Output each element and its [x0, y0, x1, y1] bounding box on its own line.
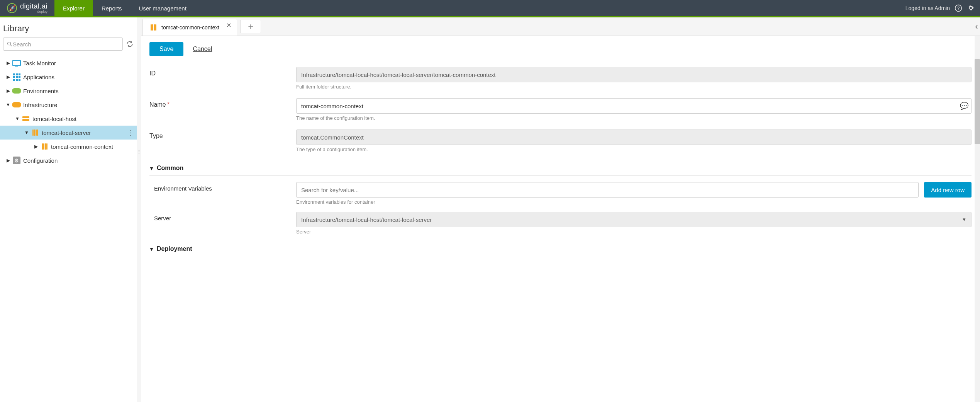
context-icon	[42, 143, 47, 150]
tree-host[interactable]: ▼ tomcat-local-host	[0, 112, 137, 126]
nav-reports[interactable]: Reports	[93, 0, 131, 16]
environments-icon	[12, 88, 21, 94]
expand-icon[interactable]: ▶	[33, 144, 39, 149]
collapse-icon[interactable]: ▼	[15, 116, 20, 121]
chevron-down-icon: ▾	[150, 246, 153, 252]
sidebar: Library ▶ Task Monitor ▶ Applications ▶	[0, 17, 137, 402]
tree-task-monitor[interactable]: ▶ Task Monitor	[0, 56, 137, 70]
type-label: Type	[149, 129, 296, 140]
nav-explorer[interactable]: Explorer	[54, 0, 93, 16]
search-input[interactable]	[13, 41, 119, 48]
envvar-search-input[interactable]	[296, 182, 919, 198]
svg-point-2	[8, 42, 11, 45]
expand-icon[interactable]: ▶	[5, 88, 11, 94]
tree-label: Environments	[23, 88, 59, 94]
section-common-label: Common	[157, 165, 183, 172]
save-button[interactable]: Save	[149, 42, 183, 56]
tabbar-more-icon[interactable]: ‹	[973, 17, 980, 36]
server-hint: Server	[296, 229, 972, 235]
tree-label: Applications	[23, 74, 54, 80]
chevron-down-icon: ▼	[962, 217, 966, 222]
svg-text:?: ?	[957, 5, 960, 10]
type-input	[296, 129, 972, 145]
tree-applications[interactable]: ▶ Applications	[0, 70, 137, 84]
expand-icon[interactable]: ▶	[5, 158, 11, 163]
apps-icon	[13, 73, 20, 81]
section-deployment-label: Deployment	[157, 245, 192, 252]
brand-subtitle: deploy	[20, 10, 47, 14]
tree-label: Configuration	[23, 157, 58, 164]
collapse-icon[interactable]: ▼	[24, 130, 29, 135]
infrastructure-icon	[12, 102, 21, 107]
brand-name: digital.ai	[20, 3, 47, 10]
search-icon	[7, 41, 13, 47]
tabbar: tomcat-common-context ✕ + ‹	[141, 17, 980, 36]
settings-icon[interactable]	[967, 4, 975, 12]
rocket-icon: 🚀	[7, 3, 17, 13]
type-hint: The type of a configuration item.	[296, 146, 972, 152]
tab-label: tomcat-common-context	[161, 24, 219, 31]
brand-logo: 🚀 digital.ai deploy	[0, 0, 54, 16]
svg-line-3	[10, 45, 12, 46]
sidebar-title: Library	[0, 17, 137, 37]
cancel-link[interactable]: Cancel	[193, 46, 212, 53]
server-select[interactable]: Infrastructure/tomcat-local-host/tomcat-…	[296, 212, 972, 227]
monitor-icon	[12, 60, 21, 66]
id-hint: Full item folder structure.	[296, 84, 972, 90]
scrollbar-thumb[interactable]	[975, 59, 980, 144]
envvar-label: Environment Variables	[149, 182, 296, 192]
nav-user-management[interactable]: User management	[130, 0, 195, 16]
configuration-icon	[13, 157, 20, 164]
help-icon[interactable]: ?	[955, 4, 962, 12]
server-icon	[32, 129, 38, 136]
tree-context[interactable]: ▶ tomcat-common-context	[0, 140, 137, 153]
search-box[interactable]	[3, 37, 123, 51]
name-hint: The name of the configuration item.	[296, 115, 972, 121]
kebab-icon[interactable]: ⋮	[127, 128, 134, 137]
context-icon	[151, 24, 156, 31]
name-label: Name*	[149, 98, 296, 108]
library-tree: ▶ Task Monitor ▶ Applications ▶ Environm…	[0, 55, 137, 169]
section-deployment[interactable]: ▾ Deployment	[149, 242, 972, 256]
tree-environments[interactable]: ▶ Environments	[0, 84, 137, 98]
host-icon	[22, 116, 29, 121]
add-row-button[interactable]: Add new row	[924, 182, 972, 198]
logged-in-label: Loged in as Admin	[905, 5, 950, 11]
chevron-down-icon: ▾	[150, 165, 153, 171]
id-label: ID	[149, 67, 296, 77]
topbar: 🚀 digital.ai deploy Explorer Reports Use…	[0, 0, 980, 16]
tree-label: Task Monitor	[23, 60, 56, 66]
name-input[interactable]	[296, 98, 972, 114]
tree-configuration[interactable]: ▶ Configuration	[0, 153, 137, 167]
envvar-hint: Environment variables for container	[296, 199, 972, 205]
content-area: Save Cancel ID Full item folder structur…	[141, 36, 980, 402]
resize-handle[interactable]: ⋮	[137, 17, 141, 402]
close-icon[interactable]: ✕	[226, 22, 231, 29]
id-input	[296, 67, 972, 82]
tree-label: tomcat-local-host	[32, 116, 76, 122]
main-panel: tomcat-common-context ✕ + ‹ Save Cancel …	[141, 17, 980, 402]
add-tab-button[interactable]: +	[240, 20, 261, 33]
server-label: Server	[149, 212, 296, 221]
server-select-value: Infrastructure/tomcat-local-host/tomcat-…	[301, 216, 432, 223]
refresh-icon[interactable]	[126, 40, 134, 48]
tree-server[interactable]: ▼ tomcat-local-server ⋮	[0, 126, 137, 140]
tree-label: tomcat-common-context	[51, 143, 113, 150]
tree-label: Infrastructure	[23, 102, 57, 108]
tab-active[interactable]: tomcat-common-context ✕	[142, 19, 237, 36]
section-common[interactable]: ▾ Common	[149, 161, 972, 176]
expand-icon[interactable]: ▶	[5, 74, 11, 80]
collapse-icon[interactable]: ▼	[5, 102, 11, 107]
contact-card-icon[interactable]: 💬	[960, 102, 968, 110]
tree-label: tomcat-local-server	[42, 129, 91, 136]
expand-icon[interactable]: ▶	[5, 60, 11, 66]
tree-infrastructure[interactable]: ▼ Infrastructure	[0, 98, 137, 112]
